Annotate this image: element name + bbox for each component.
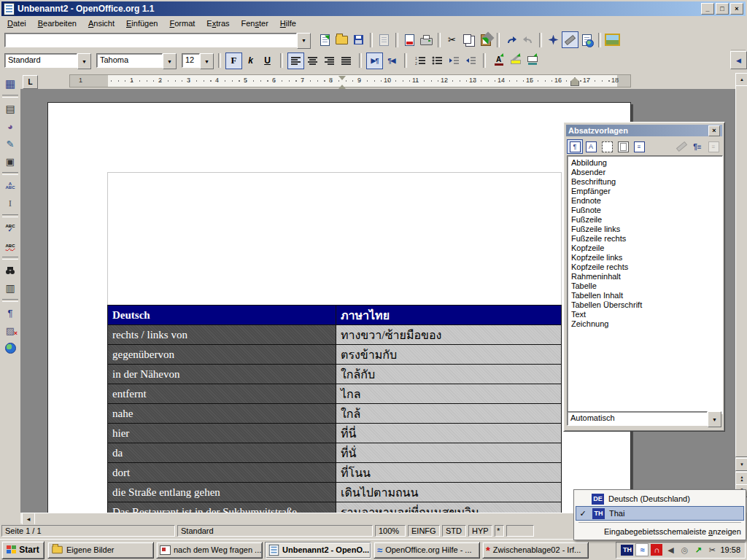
stylist-button[interactable] — [562, 31, 578, 48]
taskbar-item-ooo-hilfe[interactable]: ≈OpenOffice.org Hilfe - ... — [374, 542, 480, 559]
paragraph-style-value[interactable]: Standard — [4, 53, 77, 68]
menu-fenster[interactable]: Fenster — [236, 18, 274, 29]
open-button[interactable] — [333, 31, 350, 48]
cell-de[interactable]: da — [108, 443, 336, 462]
status-selection-mode[interactable]: STD — [442, 525, 466, 537]
auto-spellcheck-button[interactable]: ABC — [1, 238, 19, 254]
font-name-value[interactable]: Tahoma — [96, 53, 163, 68]
font-dropdown-icon[interactable]: ▼ — [163, 53, 177, 69]
style-dropdown-icon[interactable]: ▼ — [77, 53, 91, 69]
align-right-button[interactable] — [321, 52, 338, 69]
decrease-indent-button[interactable] — [445, 52, 462, 69]
insert-table-button[interactable]: ▦ — [1, 76, 19, 92]
vertical-scrollbar[interactable]: ▲ ▼ ▲▲ ▼▼ — [735, 73, 747, 513]
cell-de[interactable]: dort — [108, 463, 336, 482]
style-item[interactable]: Fußnote — [568, 206, 722, 215]
hyperlink-button[interactable] — [578, 31, 595, 48]
find-replace-button[interactable] — [1, 262, 19, 279]
highlighting-button[interactable] — [507, 52, 524, 69]
insert-fields-button[interactable]: ▤ — [1, 101, 19, 117]
status-insert-mode[interactable]: EINFG — [408, 525, 440, 537]
increase-indent-button[interactable] — [462, 52, 479, 69]
toolbar-collapse-button[interactable]: ◀ — [730, 51, 747, 69]
graphics-toggle-button[interactable]: ▨× — [1, 322, 19, 338]
style-item[interactable]: Beschriftung — [568, 177, 722, 187]
underline-button[interactable]: U — [259, 52, 276, 69]
style-item[interactable]: Text — [568, 310, 722, 319]
filter-dropdown-icon[interactable]: ▼ — [708, 411, 721, 427]
bold-button[interactable]: F — [225, 52, 242, 69]
style-item[interactable]: Endnote — [568, 196, 722, 206]
table-header-de[interactable]: Deutsch — [108, 306, 336, 324]
export-pdf-button[interactable] — [401, 31, 418, 48]
online-layout-button[interactable] — [1, 340, 19, 356]
device-icon[interactable]: ◎ — [678, 544, 690, 556]
taskbar-item-unbenannt2[interactable]: Unbenannt2 - OpenO... — [265, 542, 371, 559]
url-dropdown-icon[interactable]: ▼ — [297, 33, 311, 49]
table-row[interactable]: hierที่นี่ — [108, 424, 561, 443]
maximize-button[interactable]: □ — [716, 3, 729, 15]
size-dropdown-icon[interactable]: ▼ — [200, 53, 214, 69]
style-item[interactable]: Kopfzeile links — [568, 253, 722, 262]
left-to-right-button[interactable]: ▶¶ — [366, 52, 383, 69]
style-item[interactable]: Rahmeninhalt — [568, 272, 722, 281]
table-row[interactable]: rechts / links vonทางขวา/ซ้ายมือของ — [108, 325, 561, 345]
font-color-button[interactable]: A — [490, 52, 507, 69]
document-page[interactable]: Deutsch ภาษาไทย rechts / links vonทางขวา… — [47, 102, 631, 513]
style-item[interactable]: Absender — [568, 168, 722, 177]
menu-extras[interactable]: Extras — [201, 18, 235, 29]
frame-styles-button[interactable] — [599, 139, 615, 154]
language-menu-item-thai[interactable]: ✓ TH Thai — [576, 506, 744, 521]
tab-stop-selector-button[interactable]: L — [23, 75, 38, 89]
vertical-scroll-thumb[interactable] — [735, 85, 747, 457]
bullets-button[interactable] — [428, 52, 445, 69]
navigator-button[interactable] — [545, 31, 562, 48]
autotext-button[interactable]: AABC — [1, 178, 19, 194]
paragraph-style-combobox[interactable]: Standard ▼ — [4, 53, 91, 68]
stylist-title-bar[interactable]: Absatzvorlagen × — [566, 125, 722, 136]
cell-de[interactable]: die Straße entlang gehen — [108, 483, 336, 502]
table-header-row[interactable]: Deutsch ภาษาไทย — [108, 306, 561, 325]
align-center-button[interactable] — [304, 52, 321, 69]
clock[interactable]: 19:58 — [720, 545, 740, 554]
cell-th[interactable]: ตรงข้ามกับ — [336, 345, 561, 364]
style-item[interactable]: Fußzeile links — [568, 225, 722, 234]
page-styles-button[interactable] — [615, 139, 631, 154]
scroll-left-icon[interactable]: ◀ — [22, 513, 35, 525]
copy-button[interactable] — [460, 31, 477, 48]
close-button[interactable]: × — [730, 3, 743, 15]
print-button[interactable] — [418, 31, 435, 48]
style-filter-value[interactable]: Automatisch — [567, 411, 708, 426]
style-item[interactable]: Tabellen Überschrift — [568, 300, 722, 310]
minimize-button[interactable]: _ — [701, 3, 714, 15]
taskbar-item-eigene-bilder[interactable]: Eigene Bilder — [47, 542, 154, 559]
url-combobox[interactable]: ▼ — [4, 33, 311, 47]
language-menu-item-show-input-bar[interactable]: Eingabegebietsschemaleiste anzeigen — [576, 524, 744, 539]
font-size-combobox[interactable]: 12 ▼ — [182, 53, 214, 68]
spellcheck-button[interactable]: ABC✓ — [1, 220, 19, 236]
menu-format[interactable]: Format — [163, 18, 201, 29]
table-row[interactable]: dortที่โนน — [108, 463, 561, 483]
cell-th[interactable]: ที่โนน — [336, 463, 561, 482]
cell-th[interactable]: เดินไปตามถนน — [336, 483, 561, 502]
table-row[interactable]: die Straße entlang gehenเดินไปตามถนน — [108, 483, 561, 502]
right-to-left-button[interactable]: ¶◀ — [383, 52, 400, 69]
table-header-th[interactable]: ภาษาไทย — [336, 306, 561, 324]
cell-th[interactable]: ใกล้กับ — [336, 365, 561, 384]
cell-de[interactable]: in der Nähevon — [108, 365, 336, 384]
style-item[interactable]: Fußzeile rechts — [568, 234, 722, 244]
status-style[interactable]: Standard — [177, 525, 373, 537]
table-row[interactable]: entferntไกล — [108, 384, 561, 404]
new-document-button[interactable] — [317, 31, 333, 48]
ooo-quickstart-icon[interactable]: ≈ — [635, 543, 649, 556]
font-size-value[interactable]: 12 — [182, 53, 200, 68]
style-item[interactable]: Zeichnung — [568, 319, 722, 329]
cell-th[interactable]: รานอาหานอยู่ที่ถนนสุขุมวิม — [336, 502, 561, 513]
style-item[interactable]: Kopfzeile rechts — [568, 262, 722, 272]
background-color-button[interactable] — [524, 52, 541, 69]
cell-de[interactable]: Das Restaurant ist in der Sukhumvitstraß… — [108, 502, 336, 513]
capture-tool-icon[interactable]: ✂ — [706, 544, 718, 556]
save-button[interactable] — [350, 31, 367, 48]
german-thai-table[interactable]: Deutsch ภาษาไทย rechts / links vonทางขวา… — [107, 305, 562, 513]
menu-bearbeiten[interactable]: Bearbeiten — [32, 18, 82, 29]
